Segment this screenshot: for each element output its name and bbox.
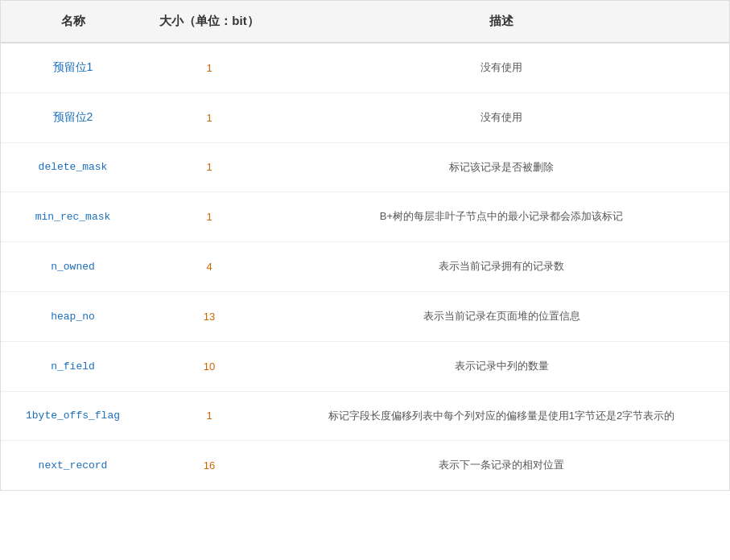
cell-name: next_record <box>1 441 145 490</box>
table-row: 预留位21没有使用 <box>1 93 729 142</box>
table-row: n_owned4表示当前记录拥有的记录数 <box>1 242 729 292</box>
table-row: min_rec_mask1B+树的每层非叶子节点中的最小记录都会添加该标记 <box>1 192 729 242</box>
cell-name: min_rec_mask <box>1 192 145 242</box>
cell-desc: 没有使用 <box>274 93 729 142</box>
cell-desc: 表示记录中列的数量 <box>274 341 729 391</box>
col-header-desc: 描述 <box>274 1 729 43</box>
col-header-size: 大小（单位：bit） <box>145 1 274 43</box>
table-row: delete_mask1标记该记录是否被删除 <box>1 142 729 192</box>
cell-size: 16 <box>145 441 274 490</box>
cell-size: 1 <box>145 192 274 242</box>
table-row: next_record16表示下一条记录的相对位置 <box>1 441 729 490</box>
cell-size: 1 <box>145 93 274 142</box>
table-row: 1byte_offs_flag1标记字段长度偏移列表中每个列对应的偏移量是使用1… <box>1 391 729 441</box>
cell-size: 1 <box>145 142 274 192</box>
cell-size: 1 <box>145 391 274 441</box>
cell-desc: 标记该记录是否被删除 <box>274 142 729 192</box>
table-row: heap_no13表示当前记录在页面堆的位置信息 <box>1 291 729 341</box>
cell-size: 10 <box>145 341 274 391</box>
cell-desc: 标记字段长度偏移列表中每个列对应的偏移量是使用1字节还是2字节表示的 <box>274 391 729 441</box>
cell-name: n_field <box>1 341 145 391</box>
cell-name: delete_mask <box>1 142 145 192</box>
cell-name: n_owned <box>1 242 145 292</box>
data-table: 名称 大小（单位：bit） 描述 预留位11没有使用预留位21没有使用delet… <box>1 1 729 490</box>
cell-size: 1 <box>145 43 274 93</box>
cell-desc: B+树的每层非叶子节点中的最小记录都会添加该标记 <box>274 192 729 242</box>
table-header-row: 名称 大小（单位：bit） 描述 <box>1 1 729 43</box>
cell-name: 预留位1 <box>1 43 145 93</box>
cell-name: 1byte_offs_flag <box>1 391 145 441</box>
cell-desc: 表示当前记录在页面堆的位置信息 <box>274 291 729 341</box>
table-row: 预留位11没有使用 <box>1 43 729 93</box>
main-table-container: 名称 大小（单位：bit） 描述 预留位11没有使用预留位21没有使用delet… <box>0 0 730 491</box>
cell-name: heap_no <box>1 291 145 341</box>
cell-desc: 没有使用 <box>274 43 729 93</box>
cell-desc: 表示下一条记录的相对位置 <box>274 441 729 490</box>
cell-name: 预留位2 <box>1 93 145 142</box>
cell-desc: 表示当前记录拥有的记录数 <box>274 242 729 292</box>
table-row: n_field10表示记录中列的数量 <box>1 341 729 391</box>
cell-size: 13 <box>145 291 274 341</box>
col-header-name: 名称 <box>1 1 145 43</box>
cell-size: 4 <box>145 242 274 292</box>
